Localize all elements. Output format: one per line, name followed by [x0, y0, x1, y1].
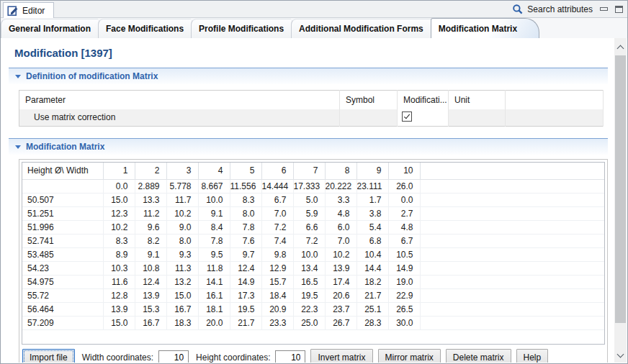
delete-matrix-button[interactable]: Delete matrix: [446, 349, 511, 363]
matrix-cell[interactable]: 15.7: [261, 275, 293, 288]
matrix-width-coordinate[interactable]: 23.111: [356, 179, 388, 193]
section-matrix-header[interactable]: Modification Matrix: [9, 138, 608, 155]
tab-additional-modification-forms[interactable]: Additional Modification Forms: [291, 19, 431, 38]
import-file-button[interactable]: Import file: [22, 349, 75, 363]
matrix-cell[interactable]: 8.0: [230, 206, 261, 220]
matrix-cell[interactable]: 10.2: [166, 206, 198, 220]
scroll-down-arrow-icon[interactable]: [614, 349, 627, 361]
matrix-width-coordinate[interactable]: 20.222: [325, 179, 356, 193]
matrix-cell[interactable]: 25.1: [356, 302, 388, 316]
matrix-cell[interactable]: 20.0: [198, 316, 230, 329]
matrix-cell[interactable]: 8.2: [135, 234, 166, 247]
matrix-cell[interactable]: 6.8: [356, 234, 388, 247]
matrix-cell[interactable]: 9.7: [230, 247, 261, 261]
matrix-cell[interactable]: 13.9: [135, 288, 166, 302]
matrix-cell[interactable]: 3.3: [325, 193, 356, 206]
matrix-cell[interactable]: 10.3: [103, 261, 135, 275]
tab-profile-modifications[interactable]: Profile Modifications: [191, 19, 291, 38]
matrix-cell[interactable]: 12.4: [230, 261, 261, 275]
matrix-cell[interactable]: 15.0: [103, 193, 135, 206]
matrix-cell[interactable]: 30.0: [388, 316, 420, 329]
matrix-cell[interactable]: 8.4: [198, 220, 230, 234]
search-attributes-control[interactable]: Search attributes: [512, 4, 593, 15]
matrix-cell[interactable]: 26.7: [325, 316, 356, 329]
matrix-cell[interactable]: 23.3: [261, 316, 293, 329]
matrix-cell[interactable]: 2.7: [388, 206, 420, 220]
matrix-cell[interactable]: 8.0: [166, 234, 198, 247]
tab-face-modifications[interactable]: Face Modifications: [98, 19, 191, 38]
matrix-height-label[interactable]: 57.209: [22, 316, 103, 329]
matrix-cell[interactable]: 4.8: [388, 220, 420, 234]
invert-matrix-button[interactable]: Invert matrix: [310, 349, 372, 363]
matrix-cell[interactable]: 7.8: [198, 234, 230, 247]
matrix-width-coordinate[interactable]: 11.556: [230, 179, 261, 193]
matrix-cell[interactable]: 10.5: [388, 247, 420, 261]
matrix-width-coordinate[interactable]: 0.0: [103, 179, 135, 193]
matrix-cell[interactable]: 8.9: [103, 247, 135, 261]
scrollbar-thumb[interactable]: [615, 55, 626, 323]
matrix-cell[interactable]: 11.8: [198, 261, 230, 275]
height-coordinates-input[interactable]: [275, 350, 305, 363]
matrix-cell[interactable]: 9.1: [135, 247, 166, 261]
vertical-scrollbar[interactable]: [614, 38, 627, 363]
matrix-cell[interactable]: 11.3: [166, 261, 198, 275]
matrix-cell[interactable]: 10.0: [293, 247, 325, 261]
use-matrix-correction-checkbox[interactable]: [402, 112, 412, 122]
matrix-cell[interactable]: 4.8: [325, 206, 356, 220]
mirror-matrix-button[interactable]: Mirror matrix: [378, 349, 441, 363]
matrix-cell[interactable]: 25.0: [293, 316, 325, 329]
matrix-height-label[interactable]: 56.464: [22, 302, 103, 316]
matrix-cell[interactable]: 7.6: [230, 234, 261, 247]
matrix-cell[interactable]: 9.0: [166, 220, 198, 234]
matrix-cell[interactable]: 19.0: [388, 275, 420, 288]
matrix-cell[interactable]: 6.0: [325, 220, 356, 234]
matrix-width-coordinate[interactable]: 5.778: [166, 179, 198, 193]
matrix-cell[interactable]: 7.8: [230, 220, 261, 234]
matrix-cell[interactable]: 6.6: [293, 220, 325, 234]
matrix-cell[interactable]: 11.6: [103, 275, 135, 288]
matrix-height-label[interactable]: 51.251: [22, 206, 103, 220]
matrix-cell[interactable]: 15.0: [166, 288, 198, 302]
matrix-cell[interactable]: 13.3: [135, 193, 166, 206]
matrix-cell[interactable]: 12.4: [135, 275, 166, 288]
matrix-height-label[interactable]: 50.507: [22, 193, 103, 206]
matrix-height-label[interactable]: 53.485: [22, 247, 103, 261]
matrix-cell[interactable]: 16.5: [293, 275, 325, 288]
tab-modification-matrix[interactable]: Modification Matrix: [431, 18, 539, 38]
matrix-width-coordinate[interactable]: 2.889: [135, 179, 166, 193]
matrix-cell[interactable]: 6.7: [261, 193, 293, 206]
matrix-cell[interactable]: 22.9: [388, 288, 420, 302]
matrix-cell[interactable]: 12.8: [103, 288, 135, 302]
matrix-cell[interactable]: 5.0: [293, 193, 325, 206]
matrix-cell[interactable]: 16.1: [198, 288, 230, 302]
matrix-cell[interactable]: 18.4: [261, 288, 293, 302]
matrix-cell[interactable]: 14.1: [198, 275, 230, 288]
matrix-cell[interactable]: 21.7: [356, 288, 388, 302]
matrix-cell[interactable]: 14.4: [356, 261, 388, 275]
matrix-cell[interactable]: 15.3: [135, 302, 166, 316]
matrix-height-label[interactable]: 52.741: [22, 234, 103, 247]
matrix-cell[interactable]: 3.8: [356, 206, 388, 220]
matrix-cell[interactable]: 6.7: [388, 234, 420, 247]
matrix-cell[interactable]: 7.4: [261, 234, 293, 247]
matrix-cell[interactable]: 13.9: [103, 302, 135, 316]
matrix-cell[interactable]: 10.2: [103, 220, 135, 234]
matrix-height-label[interactable]: 54.975: [22, 275, 103, 288]
matrix-cell[interactable]: 7.2: [293, 234, 325, 247]
matrix-cell[interactable]: 19.5: [230, 302, 261, 316]
matrix-cell[interactable]: 21.7: [230, 316, 261, 329]
matrix-cell[interactable]: 18.1: [198, 302, 230, 316]
matrix-cell[interactable]: 9.6: [135, 220, 166, 234]
matrix-cell[interactable]: 1.7: [356, 193, 388, 206]
help-button[interactable]: Help: [516, 349, 549, 363]
matrix-width-coordinate[interactable]: 26.0: [388, 179, 420, 193]
matrix-cell[interactable]: 18.3: [166, 316, 198, 329]
tab-general-information[interactable]: General Information: [1, 19, 98, 38]
matrix-height-label[interactable]: 55.72: [22, 288, 103, 302]
matrix-cell[interactable]: 7.0: [325, 234, 356, 247]
matrix-cell[interactable]: 10.2: [325, 247, 356, 261]
matrix-cell[interactable]: 9.3: [166, 247, 198, 261]
matrix-width-coordinate[interactable]: 14.444: [261, 179, 293, 193]
matrix-cell[interactable]: 13.4: [293, 261, 325, 275]
editor-tab[interactable]: Editor: [3, 2, 54, 18]
